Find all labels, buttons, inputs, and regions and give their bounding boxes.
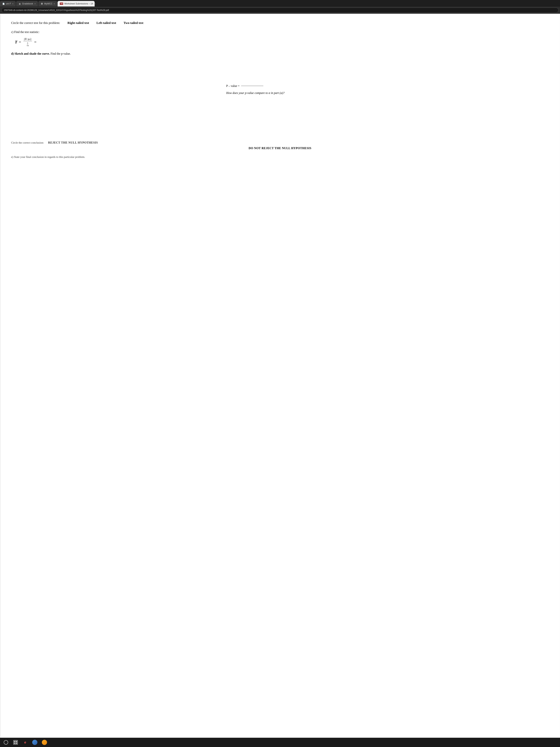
taskbar-edge-button[interactable]: e (22, 740, 28, 745)
circle-test-row: Circle the correct test for this problem… (11, 21, 549, 25)
taskbar-grid-button[interactable] (12, 740, 19, 745)
sub-denominator: √n (26, 44, 29, 47)
part-e-answer-area (11, 162, 549, 199)
sub-numerator: s (27, 42, 28, 44)
worksheet-tab-close[interactable]: ✕ (94, 3, 96, 5)
worksheet-tab-favicon: BB (60, 3, 63, 5)
taskbar-orange-app-button[interactable] (42, 740, 47, 745)
formula-equals-2: = (34, 40, 36, 45)
browser-content: Circle the correct test for this problem… (0, 14, 560, 738)
taskbar-grid-icon (14, 740, 18, 745)
conclusion-do-not-reject: DO NOT REJECT THE NULL HYPOTHESIS (11, 147, 549, 150)
conclusion-label-text: Circle the correct conclusion: (11, 141, 44, 144)
conclusion-section: Circle the correct conclusion: REJECT TH… (11, 141, 549, 150)
taskbar-edge-icon: e (24, 741, 26, 744)
main-fraction: (x̄−μ₀) s √n (23, 37, 32, 47)
p-value-label: P – value = (226, 84, 240, 87)
part-c-label: c) Find the test statistic: (11, 30, 549, 34)
sketch-drawing-area (11, 98, 549, 135)
part-e-section: e) State your final conclusion in regard… (11, 155, 549, 199)
taskbar-blue-app-button[interactable] (32, 740, 38, 745)
formula-T: T (15, 40, 17, 45)
p-value-line: P – value = (226, 84, 263, 87)
part-c-section: c) Find the test statistic: T = (x̄−μ₀) … (11, 30, 549, 47)
left-tailed-option: Left-tailed test (97, 21, 116, 25)
fraction-denominator: s √n (25, 41, 30, 47)
taskbar-circle-icon (4, 740, 8, 745)
tab-forum[interactable]: 📄 um F ✕ (0, 1, 16, 6)
sketch-area (11, 58, 549, 81)
part-d-section: d) Sketch and shade the curve. Find the … (11, 52, 549, 135)
p-value-compare: How does your p-value compare to α in pa… (226, 91, 285, 95)
address-bar (0, 7, 560, 14)
gradebook-tab-favicon: ▦ (18, 2, 21, 5)
part-d-bold: d) Sketch and shade the curve. (11, 52, 50, 55)
mywcc-tab-favicon: ⊞ (41, 2, 43, 5)
taskbar-blue-app-icon (32, 740, 37, 745)
conclusion-reject: REJECT THE NULL HYPOTHESIS (48, 141, 98, 144)
conclusion-label: Circle the correct conclusion: REJECT TH… (11, 141, 549, 144)
worksheet-tab-label: Worksheet Submissions – 14 (64, 2, 93, 5)
part-d-regular: Find the p-value. (51, 52, 71, 55)
browser-chrome: 📄 um F ✕ ▦ Gradebook ✕ ⊞ MyWCC ✕ BB Work… (0, 0, 560, 14)
part-e-label: e) State your final conclusion in regard… (11, 155, 549, 159)
taskbar-orange-app-icon (42, 740, 47, 745)
taskbar: e (0, 738, 560, 747)
formula-container: T = (x̄−μ₀) s √n = (15, 37, 549, 47)
pdf-document: Circle the correct test for this problem… (0, 14, 560, 738)
forum-tab-favicon: 📄 (2, 2, 5, 5)
mywcc-tab-label: MyWCC (44, 2, 53, 5)
p-value-blank (241, 86, 263, 86)
mywcc-tab-close[interactable]: ✕ (54, 3, 55, 5)
tab-gradebook[interactable]: ▦ Gradebook ✕ (16, 1, 38, 6)
fraction-wrapper: (x̄−μ₀) s √n (23, 37, 32, 47)
circle-test-label: Circle the correct test for this problem… (11, 21, 60, 25)
gradebook-tab-label: Gradebook (22, 2, 33, 5)
p-value-section: P – value = How does your p-value compar… (11, 84, 549, 95)
fraction-numerator: (x̄−μ₀) (23, 37, 32, 41)
part-d-label: d) Sketch and shade the curve. Find the … (11, 52, 549, 55)
forum-tab-label: um F (6, 2, 11, 5)
formula-equals-1: = (19, 40, 21, 45)
gradebook-tab-close[interactable]: ✕ (34, 3, 36, 5)
address-input[interactable] (1, 7, 559, 13)
right-tailed-option: Right-tailed test (68, 21, 89, 25)
two-tailed-option: Two-tailed test (124, 21, 143, 25)
tab-bar: 📄 um F ✕ ▦ Gradebook ✕ ⊞ MyWCC ✕ BB Work… (0, 0, 560, 7)
sub-fraction: s √n (26, 42, 29, 47)
tab-mywcc[interactable]: ⊞ MyWCC ✕ (38, 1, 57, 6)
forum-tab-close[interactable]: ✕ (12, 3, 14, 5)
tab-worksheet[interactable]: BB Worksheet Submissions – 14 ✕ (58, 1, 95, 6)
taskbar-start-button[interactable] (3, 740, 9, 745)
